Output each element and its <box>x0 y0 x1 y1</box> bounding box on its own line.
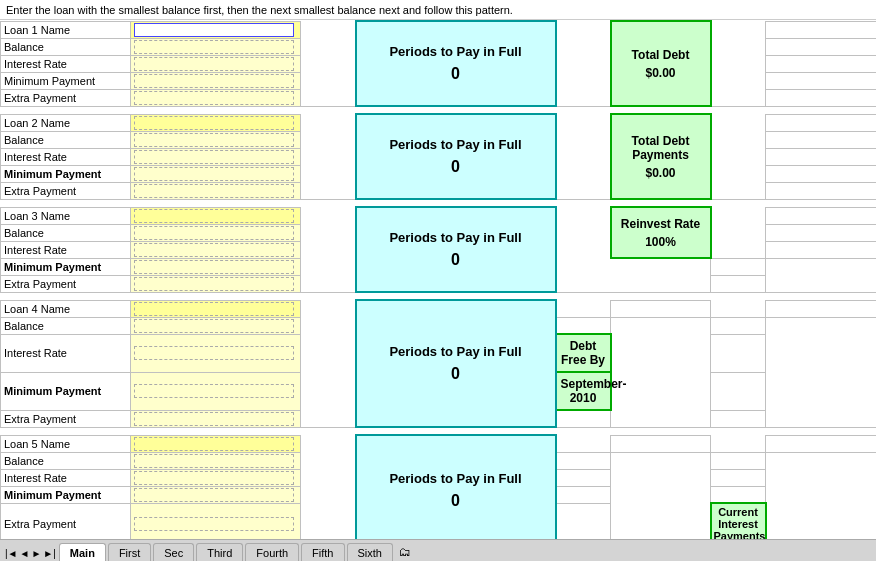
loan2-extra-input[interactable] <box>134 184 294 198</box>
loan2-interest-label: Interest Rate <box>1 148 131 165</box>
loan3-interest-input[interactable] <box>134 243 294 257</box>
tab-sixth[interactable]: Sixth <box>347 543 393 561</box>
tab-sec[interactable]: Sec <box>153 543 194 561</box>
tab-next-last[interactable]: ►| <box>43 548 56 559</box>
loan3-name-input[interactable] <box>134 209 294 223</box>
spacer-4 <box>1 427 877 435</box>
loan1-balance-input-cell[interactable] <box>131 38 301 55</box>
loan1-extra-input[interactable] <box>134 91 294 105</box>
debt-free-value-cell: September-2010 <box>556 372 611 410</box>
loan5-interest-label: Interest Rate <box>1 469 131 486</box>
loan1-interest-input[interactable] <box>134 57 294 71</box>
periods-box-4: Periods to Pay in Full 0 <box>356 300 556 427</box>
loan3-name-row: Loan 3 Name Periods to Pay in Full 0 Rei… <box>1 207 877 224</box>
loan2-balance-input[interactable] <box>134 133 294 147</box>
loan4-balance-input[interactable] <box>134 319 294 333</box>
tab-third[interactable]: Third <box>196 543 243 561</box>
loan3-extra-label: Extra Payment <box>1 275 131 292</box>
loan5-name-input[interactable] <box>134 437 294 451</box>
header-instruction: Enter the loan with the smallest balance… <box>0 0 876 20</box>
loan1-minimum-input[interactable] <box>134 74 294 88</box>
tab-prev[interactable]: ◄ <box>20 548 30 559</box>
loan1-name-row: Loan 1 Name Periods to Pay in Full 0 Tot… <box>1 21 877 38</box>
loan2-name-row: Loan 2 Name Periods to Pay in Full 0 Tot… <box>1 114 877 131</box>
loan2-name-input[interactable] <box>134 116 294 130</box>
debt-free-label-cell: Debt Free By <box>556 334 611 372</box>
tab-prev-first[interactable]: |◄ <box>5 548 18 559</box>
loan3-balance-input[interactable] <box>134 226 294 240</box>
loan5-name-label: Loan 5 Name <box>1 435 131 452</box>
tab-main[interactable]: Main <box>59 543 106 561</box>
loan2-interest-input[interactable] <box>134 150 294 164</box>
loan4-name-row: Loan 4 Name Periods to Pay in Full 0 <box>1 300 877 317</box>
loan5-minimum-label: Minimum Payment <box>1 486 131 503</box>
total-payments-box: Total Debt Payments $0.00 <box>611 114 711 199</box>
tab-first[interactable]: First <box>108 543 151 561</box>
main-table: Loan 1 Name Periods to Pay in Full 0 Tot… <box>0 20 876 539</box>
loan1-minimum-input-cell[interactable] <box>131 72 301 89</box>
loan1-name-input[interactable] <box>134 23 294 37</box>
loan2-minimum-input[interactable] <box>134 167 294 181</box>
loan4-interest-input[interactable] <box>134 346 294 360</box>
loan5-interest-input[interactable] <box>134 471 294 485</box>
loan2-name-input-cell[interactable] <box>131 114 301 131</box>
loan4-extra-input[interactable] <box>134 412 294 426</box>
loan4-name-input[interactable] <box>134 302 294 316</box>
tab-next[interactable]: ► <box>31 548 41 559</box>
loan1-extra-input-cell[interactable] <box>131 89 301 106</box>
loan5-name-row: Loan 5 Name Periods to Pay in Full 0 <box>1 435 877 452</box>
spacer-2 <box>1 199 877 207</box>
loan1-name-input-cell[interactable] <box>131 21 301 38</box>
spacer-3 <box>1 292 877 300</box>
loan3-extra-input[interactable] <box>134 277 294 291</box>
periods-box-5: Periods to Pay in Full 0 <box>356 435 556 539</box>
loan5-extra-input[interactable] <box>134 517 294 531</box>
loan4-extra-label: Extra Payment <box>1 410 131 427</box>
loan4-interest-label: Interest Rate <box>1 334 131 372</box>
loan3-balance-label: Balance <box>1 224 131 241</box>
loan4-minimum-label: Minimum Payment <box>1 372 131 410</box>
tab-sheet-icon: 🗂 <box>399 545 411 559</box>
loan5-balance-input[interactable] <box>134 454 294 468</box>
periods-box-2: Periods to Pay in Full 0 <box>356 114 556 199</box>
total-debt-box: Total Debt $0.00 <box>611 21 711 106</box>
loan3-interest-label: Interest Rate <box>1 241 131 258</box>
tab-fifth[interactable]: Fifth <box>301 543 344 561</box>
periods-box-1: Periods to Pay in Full 0 <box>356 21 556 106</box>
loan4-balance-label: Balance <box>1 317 131 334</box>
loan1-minimum-label: Minimum Payment <box>1 72 131 89</box>
loan3-minimum-input[interactable] <box>134 260 294 274</box>
tab-fourth[interactable]: Fourth <box>245 543 299 561</box>
loan1-extra-label: Extra Payment <box>1 89 131 106</box>
current-interest-cell: Current Interest Payments <box>711 503 766 539</box>
loan1-balance-input[interactable] <box>134 40 294 54</box>
loan3-minimum-label: Minimum Payment <box>1 258 131 275</box>
loan1-interest-label: Interest Rate <box>1 55 131 72</box>
tab-bar: |◄ ◄ ► ►| Main First Sec Third Fourth Fi… <box>0 539 876 561</box>
loan2-minimum-label: Minimum Payment <box>1 165 131 182</box>
main-content: Loan 1 Name Periods to Pay in Full 0 Tot… <box>0 20 876 539</box>
loan2-extra-label: Extra Payment <box>1 182 131 199</box>
spacer-1 <box>1 106 877 114</box>
loan2-balance-label: Balance <box>1 131 131 148</box>
periods-box-3: Periods to Pay in Full 0 <box>356 207 556 292</box>
loan4-name-label: Loan 4 Name <box>1 300 131 317</box>
loan3-name-label: Loan 3 Name <box>1 207 131 224</box>
loan5-minimum-input[interactable] <box>134 488 294 502</box>
loan1-interest-input-cell[interactable] <box>131 55 301 72</box>
loan4-minimum-input[interactable] <box>134 384 294 398</box>
loan5-extra-label: Extra Payment <box>1 503 131 539</box>
loan2-name-label: Loan 2 Name <box>1 114 131 131</box>
loan5-balance-label: Balance <box>1 452 131 469</box>
app-wrapper: Enter the loan with the smallest balance… <box>0 0 876 561</box>
loan1-balance-label: Balance <box>1 38 131 55</box>
tab-nav-controls: |◄ ◄ ► ►| <box>4 548 57 559</box>
reinvest-rate-box: Reinvest Rate 100% <box>611 207 711 258</box>
loan1-name-label: Loan 1 Name <box>1 21 131 38</box>
